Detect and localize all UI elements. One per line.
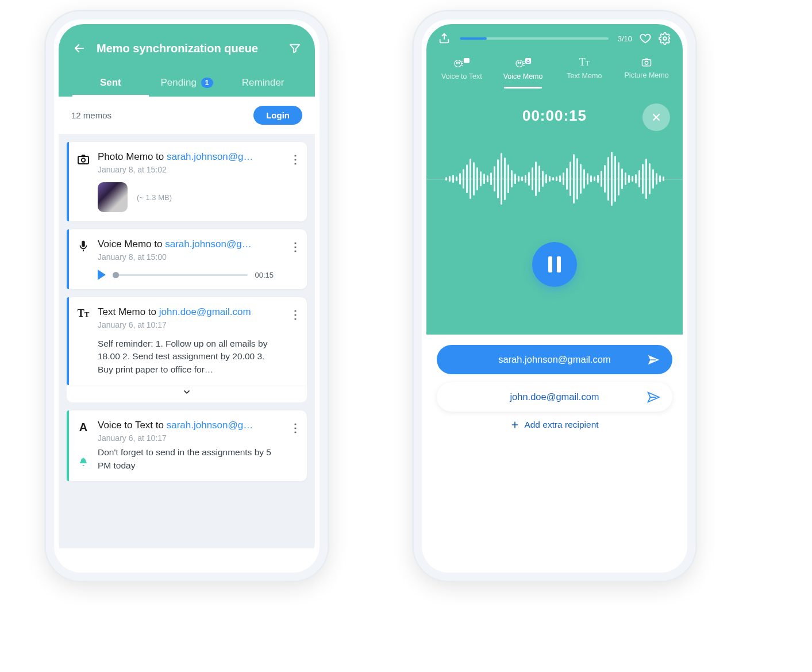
queue-tabs: Sent Pending 1 Reminder (72, 69, 301, 97)
memo-title: Text Memo to john.doe@gmail.com (98, 306, 279, 318)
add-recipient-button[interactable]: Add extra recipient (437, 420, 672, 430)
add-recipient-label: Add extra recipient (524, 420, 598, 430)
record-timer: 00:00:15 (522, 107, 587, 124)
more-icon[interactable]: ⋮ (284, 410, 307, 446)
heart-icon[interactable] (639, 32, 652, 45)
audio-duration: 00:15 (255, 271, 279, 279)
login-button[interactable]: Login (253, 106, 302, 125)
pending-badge: 1 (201, 78, 213, 88)
memo-title: Voice to Text to sarah.johnson@g… (98, 420, 279, 431)
gear-icon[interactable] (659, 32, 671, 45)
recorder-top: 3/10 A Voice to Text Voice Memo (426, 24, 683, 335)
svg-rect-13 (528, 59, 529, 62)
more-icon[interactable]: ⋮ (284, 297, 307, 385)
close-button[interactable] (642, 103, 670, 131)
phone-left: Memo synchronization queue Sent Pending … (46, 11, 328, 581)
send-icon[interactable] (647, 354, 660, 366)
page-title: Memo synchronization queue (97, 42, 278, 55)
tab-voice-to-text[interactable]: A Voice to Text (436, 53, 487, 84)
svg-point-4 (455, 60, 461, 67)
audio-seekbar[interactable] (113, 274, 248, 276)
tab-reminder-label: Reminder (242, 77, 284, 89)
pause-button[interactable] (532, 242, 577, 287)
letter-a-icon: A (69, 410, 98, 446)
tab-reminder[interactable]: Reminder (225, 69, 301, 97)
svg-point-5 (457, 62, 458, 63)
memo-date: January 8, at 15:02 (98, 165, 279, 174)
usage-progress[interactable] (460, 37, 609, 40)
recipient-primary[interactable]: sarah.johnson@gmail.com (437, 345, 672, 374)
text-icon: TT (69, 297, 98, 385)
svg-point-15 (645, 62, 648, 64)
tab-label: Text Memo (567, 72, 602, 80)
phone-right: 3/10 A Voice to Text Voice Memo (414, 11, 695, 581)
memo-card-text[interactable]: TT Text Memo to john.doe@gmail.com Janua… (67, 297, 307, 385)
queue-body: 12 memos Login Photo Memo to sarah.johns… (59, 97, 315, 548)
expand-button[interactable] (67, 385, 307, 402)
svg-rect-2 (82, 241, 85, 247)
recipient-panel: sarah.johnson@gmail.com john.doe@gmail.c… (426, 335, 683, 440)
memo-title: Voice Memo to sarah.johnson@g… (98, 239, 279, 250)
export-icon[interactable] (438, 32, 451, 45)
tab-sent[interactable]: Sent (72, 69, 149, 97)
photo-thumbnail[interactable] (98, 182, 128, 212)
memo-card-photo[interactable]: Photo Memo to sarah.johnson@g… January 8… (67, 142, 307, 221)
memo-text-body: Self reminder: 1. Follow up on all email… (98, 337, 279, 376)
tab-pending[interactable]: Pending 1 (149, 69, 225, 97)
microphone-icon (69, 229, 98, 289)
recipient-email: sarah.johnson@gmail.com (498, 354, 611, 365)
waveform (426, 133, 683, 225)
memo-title: Photo Memo to sarah.johnson@g… (98, 151, 279, 163)
more-icon[interactable]: ⋮ (284, 142, 307, 221)
tab-pending-label: Pending (160, 77, 196, 89)
svg-text:A: A (465, 59, 468, 63)
queue-header: Memo synchronization queue Sent Pending … (59, 24, 315, 97)
photo-size: (~ 1.3 MB) (137, 193, 172, 202)
bell-icon (69, 446, 98, 481)
more-icon[interactable]: ⋮ (284, 229, 307, 289)
svg-rect-0 (78, 156, 88, 164)
tab-label: Voice to Text (441, 72, 482, 80)
recipient-secondary[interactable]: john.doe@gmail.com (437, 382, 672, 412)
phone-left-screen: Memo synchronization queue Sent Pending … (59, 24, 315, 568)
svg-point-11 (520, 62, 521, 63)
camera-icon (69, 142, 98, 221)
memo-count: 12 memos (71, 110, 253, 120)
send-icon[interactable] (647, 391, 660, 404)
memo-date: January 8, at 15:00 (98, 252, 279, 262)
tab-label: Picture Memo (625, 71, 669, 79)
audio-player: 00:15 (98, 270, 279, 280)
phone-right-screen: 3/10 A Voice to Text Voice Memo (426, 24, 683, 568)
status-bar: 3/10 (426, 24, 683, 45)
usage-label: 3/10 (618, 34, 632, 43)
svg-rect-14 (642, 60, 651, 66)
mode-tabs: A Voice to Text Voice Memo TT Text Memo … (426, 45, 683, 84)
svg-point-6 (459, 62, 460, 63)
queue-subbar: 12 memos Login (59, 97, 315, 134)
tab-picture-memo[interactable]: Picture Memo (620, 53, 674, 84)
tab-sent-label: Sent (100, 77, 121, 89)
memo-card-voice[interactable]: Voice Memo to sarah.johnson@g… January 8… (67, 229, 307, 289)
tab-label: Voice Memo (503, 72, 543, 80)
play-icon[interactable] (98, 270, 106, 280)
filter-icon[interactable] (288, 42, 301, 55)
memo-date: January 6, at 10:17 (98, 433, 279, 443)
memo-date: January 6, at 10:17 (98, 320, 279, 329)
svg-point-3 (663, 37, 667, 40)
svg-point-9 (516, 60, 523, 67)
back-icon[interactable] (72, 41, 86, 55)
memo-reminder-text: Don't forget to send in the assignments … (98, 446, 284, 481)
svg-point-1 (82, 158, 85, 162)
tab-voice-memo[interactable]: Voice Memo (497, 53, 549, 84)
memo-card-vtt[interactable]: A Voice to Text to sarah.johnson@g… Janu… (67, 410, 307, 481)
recipient-email: john.doe@gmail.com (510, 391, 599, 402)
tab-text-memo[interactable]: TT Text Memo (559, 53, 610, 84)
svg-point-10 (518, 62, 519, 63)
